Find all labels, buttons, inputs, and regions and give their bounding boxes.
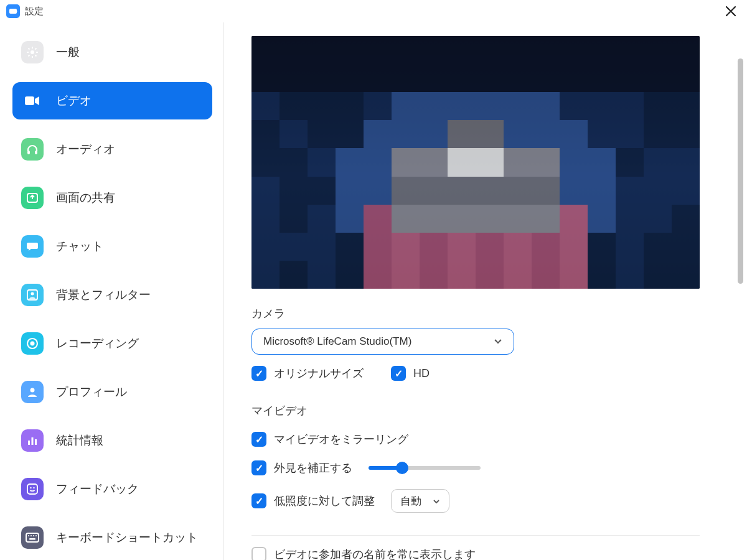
sidebar-item-audio[interactable]: オーディオ	[12, 131, 212, 168]
titlebar: 設定	[0, 0, 747, 22]
sidebar-item-label: キーボードショートカット	[56, 530, 198, 546]
sidebar-item-statistics[interactable]: 統計情報	[12, 422, 212, 459]
svg-rect-16	[26, 533, 39, 542]
touch-up-checkbox[interactable]: ✓	[251, 460, 266, 475]
window-title: 設定	[25, 6, 44, 17]
gear-icon	[21, 41, 44, 63]
svg-rect-21	[29, 538, 35, 540]
screen-share-icon	[21, 187, 44, 209]
sidebar: 一般 ビデオ オーディオ 画面の共有 チャット	[0, 22, 224, 560]
sidebar-item-label: 統計情報	[56, 432, 103, 449]
svg-rect-13	[27, 484, 37, 494]
svg-rect-11	[32, 437, 34, 445]
svg-point-14	[30, 487, 31, 488]
low-light-mode-value: 自動	[400, 494, 421, 508]
sidebar-item-label: チャット	[56, 238, 103, 254]
headphones-icon	[21, 138, 44, 161]
camera-select-value: Microsoft® LifeCam Studio(TM)	[263, 335, 411, 348]
svg-rect-12	[35, 439, 37, 445]
sidebar-item-label: プロフィール	[56, 384, 127, 400]
chat-icon	[21, 235, 44, 258]
sidebar-item-recording[interactable]: レコーディング	[12, 325, 212, 362]
hd-checkbox[interactable]: ✓	[391, 366, 406, 381]
mirror-video-checkbox[interactable]: ✓	[251, 432, 266, 447]
check-icon: ✓	[255, 434, 263, 446]
camera-select[interactable]: Microsoft® LifeCam Studio(TM)	[251, 329, 514, 355]
sidebar-item-label: オーディオ	[56, 141, 115, 157]
svg-rect-2	[27, 151, 30, 154]
svg-point-19	[33, 535, 34, 536]
svg-point-6	[31, 292, 34, 296]
content-panel: カメラ Microsoft® LifeCam Studio(TM) ✓ オリジナ…	[224, 22, 747, 560]
svg-point-18	[31, 535, 32, 536]
app-icon	[6, 4, 20, 18]
check-icon: ✓	[395, 368, 403, 380]
original-size-label: オリジナルサイズ	[274, 366, 364, 381]
touch-up-slider[interactable]	[369, 466, 481, 470]
sidebar-item-label: ビデオ	[56, 93, 92, 109]
low-light-label: 低照度に対して調整	[274, 493, 375, 508]
svg-rect-3	[35, 151, 37, 154]
close-button[interactable]	[721, 1, 741, 21]
record-icon	[21, 332, 44, 355]
check-icon: ✓	[255, 368, 263, 380]
keyboard-icon	[21, 526, 44, 549]
smile-icon	[21, 478, 44, 500]
sidebar-item-video[interactable]: ビデオ	[12, 82, 212, 119]
svg-rect-1	[25, 96, 34, 105]
svg-point-20	[35, 535, 37, 536]
video-preview	[251, 36, 700, 289]
svg-point-17	[28, 535, 29, 536]
divider	[251, 535, 700, 536]
sidebar-item-label: 画面の共有	[56, 190, 115, 206]
hd-label: HD	[413, 367, 430, 380]
always-show-names-checkbox[interactable]	[251, 547, 266, 560]
my-video-section-title: マイビデオ	[251, 403, 726, 418]
low-light-mode-select[interactable]: 自動	[391, 489, 449, 513]
sidebar-item-screen-share[interactable]: 画面の共有	[12, 179, 212, 217]
sidebar-item-label: レコーディング	[56, 335, 139, 352]
svg-rect-10	[28, 441, 30, 445]
svg-point-0	[31, 50, 34, 54]
sidebar-item-label: 背景とフィルター	[56, 287, 151, 303]
scrollbar-thumb[interactable]	[738, 58, 743, 284]
svg-point-8	[31, 342, 35, 346]
sidebar-item-background-filter[interactable]: 背景とフィルター	[12, 276, 212, 314]
sidebar-item-chat[interactable]: チャット	[12, 228, 212, 265]
slider-thumb[interactable]	[396, 462, 408, 474]
touch-up-label: 外見を補正する	[274, 460, 352, 475]
sidebar-item-feedback[interactable]: フィードバック	[12, 470, 212, 508]
profile-icon	[21, 381, 44, 403]
video-icon	[21, 90, 44, 112]
chevron-down-icon	[494, 336, 502, 347]
low-light-checkbox[interactable]: ✓	[251, 493, 266, 508]
chevron-down-icon	[433, 495, 440, 506]
sidebar-item-keyboard-shortcuts[interactable]: キーボードショートカット	[12, 519, 212, 556]
original-size-checkbox[interactable]: ✓	[251, 366, 266, 381]
check-icon: ✓	[255, 495, 263, 507]
always-show-names-label: ビデオに参加者の名前を常に表示します	[274, 547, 476, 560]
sidebar-item-label: 一般	[56, 44, 80, 60]
sidebar-item-profile[interactable]: プロフィール	[12, 373, 212, 411]
bar-chart-icon	[21, 429, 44, 452]
scrollbar[interactable]	[738, 58, 743, 548]
sidebar-item-label: フィードバック	[56, 481, 139, 497]
mirror-video-label: マイビデオをミラーリング	[274, 432, 408, 447]
close-icon	[725, 6, 736, 17]
svg-point-15	[33, 487, 34, 488]
svg-point-9	[31, 388, 35, 393]
user-box-icon	[21, 284, 44, 306]
check-icon: ✓	[255, 462, 263, 474]
camera-section-title: カメラ	[251, 306, 726, 321]
sidebar-item-general[interactable]: 一般	[12, 34, 212, 71]
